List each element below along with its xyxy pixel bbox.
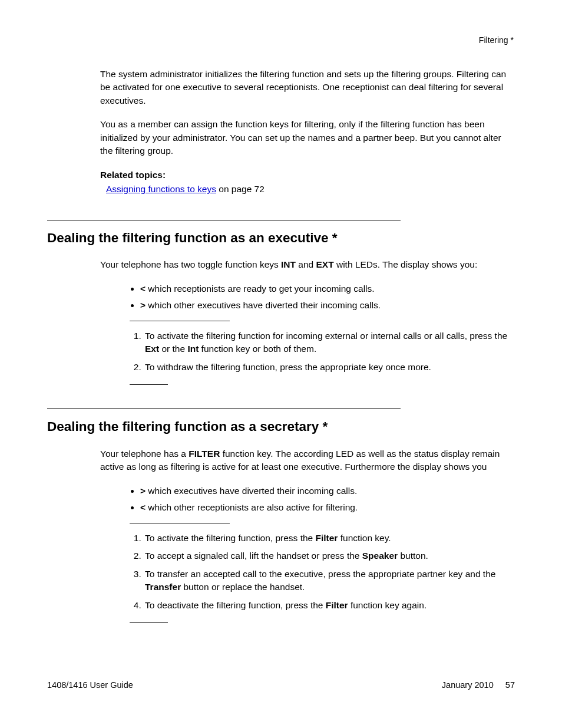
related-link-assigning-functions[interactable]: Assigning functions to keys [106, 184, 216, 194]
bold-filter: FILTER [189, 449, 220, 459]
running-head: Filtering * [479, 34, 514, 46]
list-item: > which other executives have diverted t… [140, 299, 515, 312]
text: To accept a signaled call, lift the hand… [145, 551, 362, 561]
bold-gt: > [140, 486, 146, 496]
exec-intro: Your telephone has two toggle function k… [100, 258, 515, 271]
bold-filter-key: Filter [316, 533, 338, 543]
section-title-secretary: Dealing the filtering function as a secr… [47, 417, 515, 437]
page-body: The system administrator initializes the… [47, 68, 515, 623]
list-item: To accept a signaled call, lift the hand… [144, 549, 515, 562]
exec-bullets: < which receptionists are ready to get y… [130, 282, 515, 312]
text: with LEDs. The display shows you: [334, 259, 478, 269]
text: Your telephone has a [100, 449, 189, 459]
related-link-suffix: on page 72 [216, 184, 265, 194]
bold-int: INT [281, 259, 296, 269]
intro-para-2: You as a member can assign the function … [100, 118, 515, 157]
text: button or replace the handset. [181, 582, 305, 592]
text: To transfer an accepted call to the exec… [145, 569, 495, 579]
related-topics-line: Assigning functions to keys on page 72 [106, 183, 515, 196]
text: which other receptionists are also activ… [146, 502, 358, 512]
text: which executives have diverted their inc… [146, 486, 357, 496]
page-footer: 1408/1416 User Guide January 2010 57 [47, 679, 515, 691]
list-item: To transfer an accepted call to the exec… [144, 568, 515, 594]
related-topics-label: Related topics: [100, 169, 515, 182]
text: or the [159, 344, 187, 354]
bold-gt: > [140, 300, 146, 310]
list-item: > which executives have diverted their i… [140, 485, 515, 498]
text: function key or both of them. [199, 344, 316, 354]
text: Your telephone has two toggle function k… [100, 259, 281, 269]
sec-bullets: > which executives have diverted their i… [130, 485, 515, 515]
text: To activate the filtering function for i… [145, 331, 507, 341]
text: function key. [338, 533, 391, 543]
section-rule [47, 409, 401, 409]
bold-ext: EXT [316, 259, 334, 269]
end-rule [130, 622, 168, 623]
list-item: To deactivate the filtering function, pr… [144, 599, 515, 612]
sec-intro: Your telephone has a FILTER function key… [100, 447, 515, 474]
text: To activate the filtering function, pres… [145, 533, 316, 543]
footer-left: 1408/1416 User Guide [47, 679, 133, 691]
text: which other executives have diverted the… [146, 300, 381, 310]
text: function key again. [348, 600, 427, 610]
list-item: To activate the filtering function, pres… [144, 532, 515, 545]
bold-lt: < [140, 284, 146, 294]
list-item: < which receptionists are ready to get y… [140, 282, 515, 295]
text: and [296, 259, 316, 269]
steps-rule [130, 523, 230, 523]
end-rule [130, 384, 168, 385]
list-item: < which other receptionists are also act… [140, 501, 515, 514]
text: To deactivate the filtering function, pr… [145, 600, 326, 610]
bold-ext-key: Ext [145, 344, 159, 354]
bold-int-key: Int [187, 344, 199, 354]
bold-speaker: Speaker [362, 551, 398, 561]
sec-steps: To activate the filtering function, pres… [130, 532, 515, 612]
intro-para-1: The system administrator initializes the… [100, 68, 515, 107]
bold-lt: < [140, 502, 146, 512]
exec-steps: To activate the filtering function for i… [130, 330, 515, 374]
text: button. [398, 551, 428, 561]
bold-filter-key: Filter [326, 600, 348, 610]
section-rule [47, 220, 401, 220]
text: which receptionists are ready to get you… [146, 284, 375, 294]
list-item: To activate the filtering function for i… [144, 330, 515, 356]
bold-transfer: Transfer [145, 582, 181, 592]
steps-rule [130, 321, 230, 321]
list-item: To withdraw the filtering function, pres… [144, 361, 515, 374]
section-title-executive: Dealing the filtering function as an exe… [47, 229, 515, 248]
footer-right: January 2010 57 [442, 679, 515, 691]
